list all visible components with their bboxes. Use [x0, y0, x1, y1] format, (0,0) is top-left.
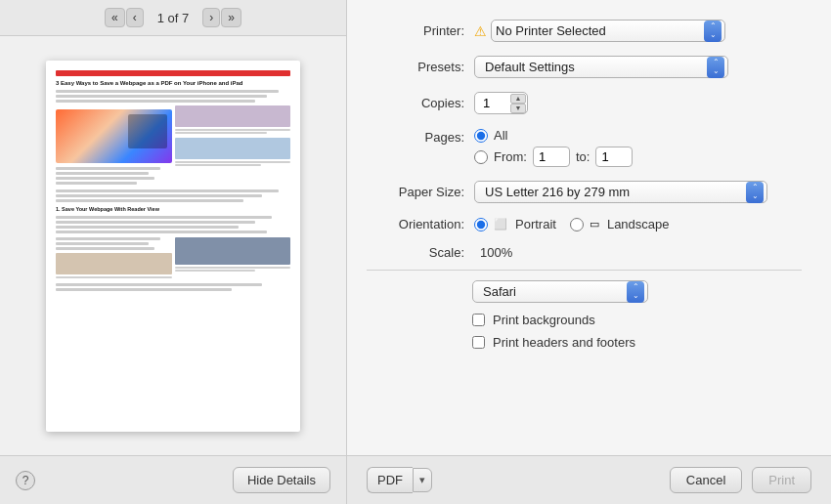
warning-icon: ⚠ — [474, 23, 487, 39]
presets-control: Default Settings — [474, 56, 802, 78]
copies-stepper: ▲ ▼ — [510, 94, 526, 113]
preview-main-image — [56, 109, 172, 163]
preview-text-7 — [56, 182, 137, 185]
preview-text-16 — [56, 242, 149, 245]
landscape-label: Landscape — [607, 217, 670, 231]
preview-image-overlay — [128, 114, 167, 148]
preview-bottom-right — [175, 237, 291, 279]
safari-section: Safari Print backgrounds Print headers a… — [367, 280, 802, 350]
page-indicator: 1 of 7 — [157, 11, 190, 25]
print-backgrounds-label: Print backgrounds — [493, 313, 595, 327]
left-panel: « ‹ 1 of 7 › » 3 Easy Ways to Save a Web… — [0, 0, 347, 504]
pdf-dropdown-button[interactable]: ▾ — [413, 468, 432, 492]
pages-from-radio[interactable] — [474, 150, 488, 164]
copies-decrement-button[interactable]: ▼ — [510, 104, 526, 113]
preview-tiny-text-6 — [175, 267, 291, 269]
portrait-label: Portrait — [515, 217, 556, 231]
first-page-icon: « — [111, 11, 118, 24]
preview-small-img-1 — [175, 105, 291, 127]
safari-select-wrap: Safari — [472, 280, 648, 303]
scale-label: Scale: — [367, 245, 474, 260]
print-headers-checkbox[interactable] — [472, 336, 485, 349]
preview-text-10 — [56, 199, 243, 202]
print-headers-label: Print headers and footers — [493, 335, 635, 350]
paper-size-row: Paper Size: US Letter 216 by 279 mm — [367, 181, 802, 203]
landscape-radio[interactable] — [570, 218, 584, 231]
preview-text-1 — [56, 90, 279, 93]
pages-to-input[interactable] — [595, 147, 633, 167]
action-buttons: Cancel Print — [670, 467, 811, 493]
presets-row: Presets: Default Settings — [367, 56, 802, 78]
preview-text-12 — [56, 221, 255, 224]
orientation-row: Orientation: ⬜ Portrait ▭ Landscape — [367, 217, 802, 231]
printer-control: ⚠ No Printer Selected — [474, 20, 802, 42]
orientation-group: ⬜ Portrait ▭ Landscape — [474, 217, 670, 231]
printer-select[interactable]: No Printer Selected — [491, 20, 725, 42]
preview-text-2 — [56, 95, 267, 98]
pdf-button[interactable]: PDF — [367, 467, 413, 493]
preview-tiny-text-3 — [175, 161, 291, 163]
orientation-label: Orientation: — [367, 217, 474, 231]
preview-text-4 — [56, 167, 160, 170]
pages-to-label: to: — [576, 149, 590, 164]
safari-select[interactable]: Safari — [472, 280, 648, 303]
preview-two-col — [56, 105, 290, 187]
pages-radio-group: All From: to: — [474, 128, 633, 167]
prev-page-button[interactable]: ‹ — [126, 8, 144, 27]
print-backgrounds-checkbox[interactable] — [472, 314, 485, 326]
preview-article-title: 3 Easy Ways to Save a Webpage as a PDF o… — [56, 80, 290, 88]
preview-section-title: 1. Save Your Webpage With Reader View — [56, 206, 290, 214]
pages-control: All From: to: — [474, 128, 802, 167]
paper-size-select-wrapper: US Letter 216 by 279 mm — [474, 181, 767, 203]
preview-text-18 — [56, 283, 262, 286]
preview-text-19 — [56, 288, 232, 291]
pages-from-label: From: — [494, 149, 527, 164]
preview-text-8 — [56, 189, 279, 192]
help-button[interactable]: ? — [16, 471, 35, 490]
pdf-wrap: PDF ▾ — [367, 467, 432, 493]
preview-text-13 — [56, 226, 239, 229]
preview-bottom-col — [56, 237, 290, 279]
last-page-button[interactable]: » — [221, 8, 241, 27]
print-options: Printer: ⚠ No Printer Selected Presets: … — [347, 0, 831, 455]
preview-content: 3 Easy Ways to Save a Webpage as a PDF o… — [46, 61, 300, 303]
action-bar: PDF ▾ Cancel Print — [347, 455, 831, 504]
preview-tiny-text-7 — [175, 270, 256, 272]
print-headers-row: Print headers and footers — [472, 335, 802, 350]
pages-all-label: All — [494, 128, 507, 143]
landscape-icon: ▭ — [590, 218, 599, 231]
preview-text-6 — [56, 177, 154, 180]
checkbox-group: Print backgrounds Print headers and foot… — [472, 313, 802, 350]
portrait-radio[interactable] — [474, 218, 488, 231]
preview-right-col — [175, 105, 291, 187]
paper-size-select[interactable]: US Letter 216 by 279 mm — [474, 181, 767, 203]
pages-from-input[interactable] — [533, 147, 570, 167]
printer-select-wrapper: ⚠ No Printer Selected — [474, 20, 725, 42]
pages-row: Pages: All From: to: — [367, 128, 802, 167]
preview-text-17 — [56, 247, 154, 250]
preview-tiny-text-2 — [175, 132, 268, 134]
nav-group-right: › » — [202, 8, 241, 27]
first-page-button[interactable]: « — [105, 8, 125, 27]
preview-tiny-text-5 — [56, 276, 172, 278]
last-page-icon: » — [228, 11, 235, 24]
preview-header-bar — [56, 70, 290, 76]
preview-left-col — [56, 105, 172, 187]
scale-row: Scale: 100% — [367, 245, 802, 260]
pages-all-row: All — [474, 128, 633, 143]
page-preview: 3 Easy Ways to Save a Webpage as a PDF o… — [46, 61, 300, 432]
copies-label: Copies: — [367, 96, 474, 110]
cancel-button[interactable]: Cancel — [670, 467, 742, 493]
pages-all-radio[interactable] — [474, 129, 488, 143]
copies-increment-button[interactable]: ▲ — [510, 94, 526, 104]
next-page-button[interactable]: › — [202, 8, 220, 27]
print-button[interactable]: Print — [752, 467, 811, 493]
presets-select[interactable]: Default Settings — [474, 56, 728, 78]
pages-label: Pages: — [367, 128, 474, 145]
print-backgrounds-row: Print backgrounds — [472, 313, 802, 327]
orientation-control: ⬜ Portrait ▭ Landscape — [474, 217, 802, 231]
preview-text-15 — [56, 237, 160, 240]
presets-label: Presets: — [367, 60, 474, 74]
preview-bottom-img-1 — [56, 253, 172, 274]
hide-details-button[interactable]: Hide Details — [233, 467, 330, 493]
